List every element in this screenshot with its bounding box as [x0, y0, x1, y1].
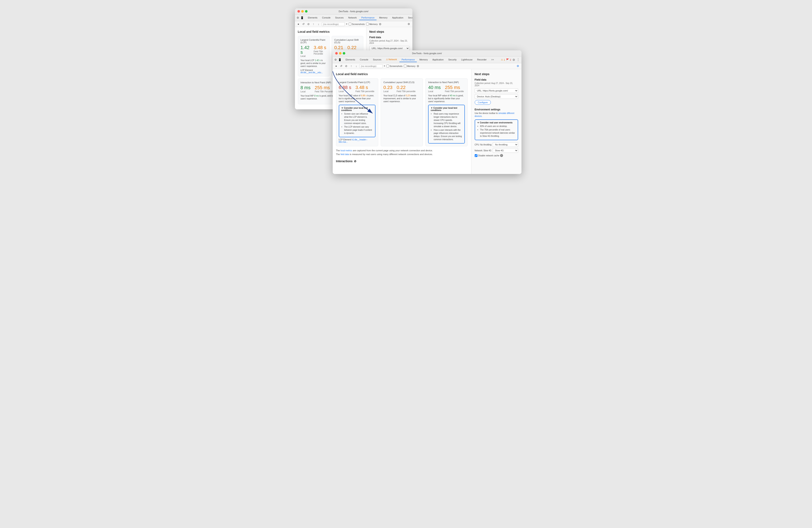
- window-controls-2: [335, 52, 345, 55]
- url-select-2[interactable]: URL: https://fonts.google.com/: [475, 88, 518, 93]
- reload-btn-2[interactable]: ↺: [339, 64, 343, 68]
- network-warning-icon: ⚠: [386, 58, 388, 61]
- configure-btn-2[interactable]: Configure: [475, 100, 491, 105]
- lcp-element-link-1[interactable]: div.tile__text.tile__edu...: [301, 71, 323, 74]
- minimize-btn-1[interactable]: [301, 10, 304, 13]
- lcp-local-label-1: Local: [301, 55, 309, 57]
- tab-performance-2[interactable]: Performance: [400, 57, 417, 62]
- tab-more-2[interactable]: >>: [489, 57, 496, 62]
- dropdown-icon-2[interactable]: ▾: [384, 65, 385, 67]
- cls-values-2: 0.23 Local 0.22 Field 75th percentile: [383, 85, 420, 92]
- env-consider-title: ▼ Consider real user environments: [477, 122, 516, 124]
- tab-sources-1[interactable]: Sources: [333, 16, 346, 20]
- tab-elements-1[interactable]: Elements: [306, 16, 320, 20]
- toolbar-1: ● ↺ ⊘ ↑ ↓ ▾ Screenshots Memory ⚙ ⚙: [295, 21, 412, 27]
- stop-btn-1[interactable]: ⊘: [307, 22, 310, 26]
- tab-application-2[interactable]: Application: [430, 57, 446, 62]
- inp-consider-title-2: ▼ Consider your local test conditions: [431, 107, 462, 111]
- settings-btn-1[interactable]: ⚙: [407, 22, 411, 26]
- dropdown-icon-1[interactable]: ▾: [346, 23, 347, 25]
- memory-checkbox-1[interactable]: Memory: [366, 23, 378, 25]
- window-title-2: DevTools - fonts.google.com/: [412, 52, 442, 55]
- tab-performance-1[interactable]: Performance: [359, 16, 377, 20]
- cpu-label: CPU: No throttling: [475, 144, 492, 146]
- recordings-input-2[interactable]: [360, 64, 382, 68]
- device-select-2[interactable]: Device: Auto (Desktop): [475, 94, 518, 99]
- tab-console-2[interactable]: Console: [358, 57, 370, 62]
- inp-field-num-1: 255 ms: [315, 85, 334, 90]
- record-btn-1[interactable]: ●: [296, 22, 300, 26]
- tab-memory-1[interactable]: Memory: [377, 16, 390, 20]
- lcp-consider-item-2: The LCP element can vary between page lo…: [344, 125, 373, 135]
- cls-field-num-1: 0.22: [347, 45, 360, 50]
- maximize-btn-1[interactable]: [305, 10, 307, 13]
- close-btn-2[interactable]: [335, 52, 338, 55]
- tab-memory-2[interactable]: Memory: [417, 57, 430, 62]
- reload-btn-1[interactable]: ↺: [302, 22, 305, 26]
- inp-local-label-2: Local: [428, 90, 441, 92]
- lcp-field-label-2: Field 75th percentile: [356, 90, 374, 92]
- url-select-1[interactable]: URL: https://fonts.google.com/: [369, 46, 409, 51]
- gear-icon-2[interactable]: ⚙: [512, 58, 515, 61]
- memory-check-2[interactable]: [404, 65, 407, 67]
- screenshots-check-1[interactable]: [349, 23, 351, 25]
- tab-security-2[interactable]: Security: [446, 57, 459, 62]
- download-btn-2[interactable]: ↓: [354, 64, 358, 68]
- cpu-row: CPU: No throttling No throttling: [475, 142, 518, 147]
- memory-checkbox-2[interactable]: Memory: [404, 65, 416, 67]
- metrics-grid-2: Largest Contentful Paint (LCP) 6.88 s Lo…: [336, 78, 468, 146]
- help-icon[interactable]: ?: [500, 154, 503, 157]
- footer-text-2: The local metrics are captured from the …: [336, 149, 468, 156]
- warning-badge-2: ⚠ 1: [501, 58, 505, 61]
- disable-cache-checkbox[interactable]: [475, 154, 477, 157]
- screenshots-check-2[interactable]: [387, 65, 389, 67]
- network-select[interactable]: Slow 4G: [493, 148, 518, 153]
- cpu-throttle-icon-2[interactable]: ⚙: [417, 65, 419, 68]
- lcp-local-label-2: Local: [339, 90, 351, 92]
- lcp-values-2: 6.88 s Local 3.48 s Field 75th percentil…: [339, 85, 376, 92]
- toolbar-2: ● ↺ ⊘ ↑ ↓ ▾ Screenshots Memory ⚙ ⚙: [333, 63, 521, 69]
- maximize-btn-2[interactable]: [343, 52, 345, 55]
- upload-btn-2[interactable]: ↑: [349, 64, 353, 68]
- tab-network-1[interactable]: Network: [346, 16, 359, 20]
- settings-btn-2[interactable]: ⚙: [516, 64, 520, 68]
- more-icon-2[interactable]: ⋮: [517, 58, 520, 62]
- window-2: DevTools - fonts.google.com/ ⚙ 📱 Element…: [333, 51, 521, 174]
- tab-lighthouse-2[interactable]: Lighthouse: [459, 57, 475, 62]
- recordings-input-1[interactable]: [322, 22, 345, 26]
- screenshots-checkbox-1[interactable]: Screenshots: [349, 23, 365, 25]
- tab-recorder-2[interactable]: Recorder: [475, 57, 489, 62]
- nextsteps-title-1: Next steps: [369, 30, 409, 33]
- network-row: Network: Slow 4G Slow 4G: [475, 148, 518, 153]
- record-btn-2[interactable]: ●: [334, 64, 338, 68]
- simulate-devices-link[interactable]: simulate different devices: [475, 112, 514, 117]
- cpu-throttle-icon-1[interactable]: ⚙: [379, 23, 381, 26]
- inp-field-num-2: 255 ms: [445, 85, 464, 90]
- inp-values-2: 40 ms Local 255 ms Field 75th percentile: [428, 85, 465, 92]
- stop-btn-2[interactable]: ⊘: [345, 64, 348, 68]
- minimize-btn-2[interactable]: [339, 52, 342, 55]
- error-badge-2: 🚩 2: [506, 58, 511, 61]
- env-consider-list: 83% of users are on desktop. The 75th pe…: [477, 125, 516, 138]
- screenshots-checkbox-2[interactable]: Screenshots: [387, 65, 403, 67]
- lcp-consider-title-2: ▼ Consider your local test conditions: [341, 107, 373, 111]
- lcp-field-num-2: 3.48 s: [356, 85, 374, 90]
- tab-sources-2[interactable]: Sources: [371, 57, 383, 62]
- tab-security-1[interactable]: Security: [406, 16, 412, 20]
- tab-elements-2[interactable]: Elements: [344, 57, 358, 62]
- close-btn-1[interactable]: [298, 10, 300, 13]
- field-data-link[interactable]: field data: [340, 153, 349, 156]
- disable-cache-label: Disable network cache: [478, 155, 499, 157]
- local-metrics-link[interactable]: local metrics: [340, 149, 352, 152]
- tab-network-2[interactable]: ⚠Network: [384, 57, 399, 62]
- cpu-select[interactable]: No throttling: [493, 142, 518, 147]
- upload-btn-1[interactable]: ↑: [312, 22, 316, 26]
- tab-application-1[interactable]: Application: [390, 16, 405, 20]
- env-consider-item-1: 83% of users are on desktop.: [480, 125, 516, 128]
- lcp-local-1: 1.42 s Local: [301, 45, 309, 57]
- download-btn-1[interactable]: ↓: [317, 22, 320, 26]
- tab-console-1[interactable]: Console: [320, 16, 333, 20]
- memory-check-1[interactable]: [366, 23, 369, 25]
- field-data-subtitle-1: Collection period: Aug 27, 2024 - Sep 23…: [369, 40, 409, 44]
- lcp-values-1: 1.42 s Local 3.48 s Field 75th Percentil…: [301, 45, 327, 57]
